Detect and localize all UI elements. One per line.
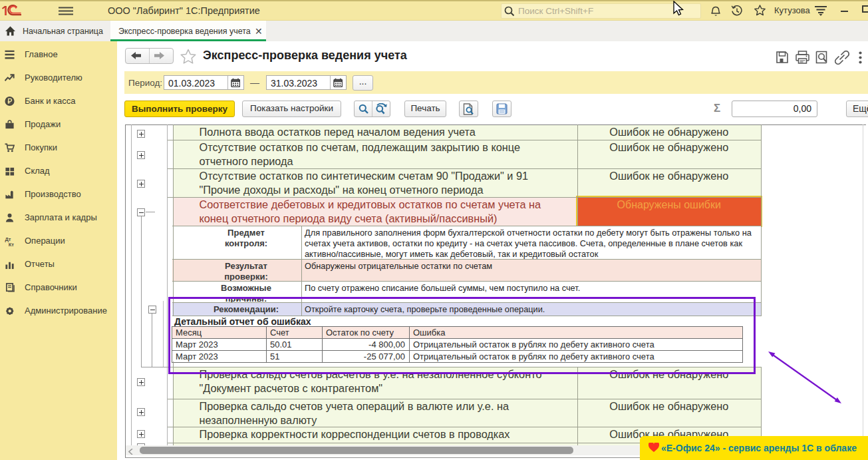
svg-text:Кт: Кт (9, 242, 15, 246)
